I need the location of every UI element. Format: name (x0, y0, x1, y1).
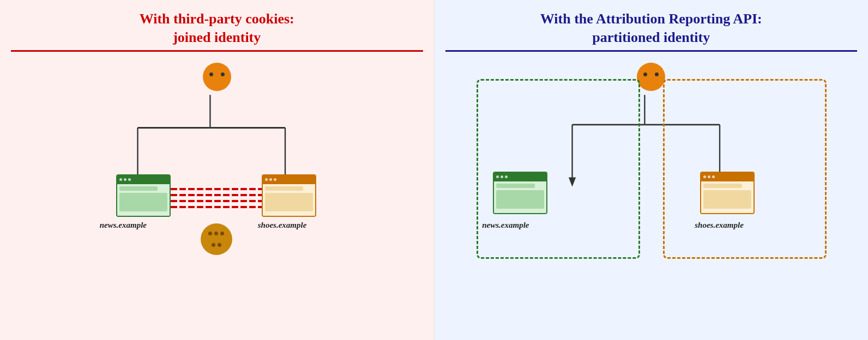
left-title: With third-party cookies: joined identit… (140, 10, 294, 47)
browser-shoes-content-left (263, 184, 315, 216)
toolbar-dot-2 (124, 178, 126, 181)
red-dash (179, 194, 186, 196)
shoes-label-left: shoes.example (258, 221, 307, 230)
red-dash (223, 206, 230, 208)
red-dash (171, 206, 177, 208)
browser-line-5 (496, 184, 534, 188)
red-dash (223, 194, 230, 196)
browser-news-left (116, 174, 171, 217)
red-dash (240, 200, 247, 202)
red-dashes-container (171, 188, 273, 208)
browser-news-right (493, 172, 547, 214)
red-dash (206, 206, 212, 208)
dashed-box-shoes (663, 79, 827, 259)
red-dash (188, 206, 195, 208)
red-dash (249, 200, 256, 202)
toolbar-dot-5 (269, 178, 272, 181)
red-dash (171, 200, 177, 202)
toolbar-dot-9 (505, 175, 508, 178)
toolbar-dot-3 (128, 178, 131, 181)
red-dash (232, 206, 238, 208)
red-dash (171, 188, 177, 190)
browser-line-7 (703, 184, 742, 188)
cookie-icon (201, 223, 232, 255)
toolbar-dot-7 (496, 175, 499, 178)
toolbar-dot-8 (501, 175, 503, 178)
red-dash (206, 188, 212, 190)
red-dash (240, 194, 247, 196)
red-dash (206, 200, 212, 202)
left-title-line1: With third-party cookies: (140, 11, 294, 27)
red-dash (232, 200, 238, 202)
shoes-label-right: shoes.example (695, 221, 744, 230)
toolbar-dot-12 (712, 175, 715, 178)
cookie-chip (214, 232, 218, 235)
browser-shoes-toolbar-left (263, 175, 315, 184)
red-dash (214, 200, 221, 202)
browser-line-4 (265, 193, 313, 211)
left-panel: With third-party cookies: joined identit… (0, 0, 435, 340)
red-dash-row-4 (171, 206, 273, 208)
red-dash (188, 194, 195, 196)
red-dash (197, 194, 203, 196)
browser-shoes-left (262, 174, 316, 217)
red-dash (197, 200, 203, 202)
left-diagram: news.example shoes.example (11, 63, 423, 329)
browser-line-1 (119, 186, 158, 191)
cookie-chip (220, 232, 224, 235)
red-dash-row-1 (171, 188, 273, 190)
browser-line-2 (119, 193, 167, 211)
browser-news-toolbar-right (494, 173, 546, 181)
cookie-chip (208, 232, 212, 235)
left-title-line2: joined identity (173, 29, 261, 45)
browser-shoes-right (700, 172, 755, 214)
red-dash (188, 200, 195, 202)
news-label-left: news.example (100, 221, 147, 230)
browser-line-8 (703, 190, 751, 209)
red-dash (214, 206, 221, 208)
red-dash (197, 188, 203, 190)
browser-news-content-left (117, 184, 170, 216)
toolbar-dot-10 (703, 175, 706, 178)
right-title: With the Attribution Reporting API: part… (540, 10, 762, 47)
toolbar-dot-4 (265, 178, 268, 181)
left-divider (11, 50, 423, 52)
toolbar-dot-6 (274, 178, 276, 181)
red-dash (197, 206, 203, 208)
right-divider (445, 50, 858, 52)
red-dash (232, 194, 238, 196)
red-dash (179, 188, 186, 190)
cookie-chip (218, 243, 221, 247)
person-left (203, 63, 231, 91)
browser-shoes-toolbar-right (701, 173, 754, 181)
right-title-line2: partitioned identity (592, 29, 710, 45)
red-dash (249, 194, 256, 196)
red-dash (249, 188, 256, 190)
toolbar-dot-1 (119, 178, 122, 181)
red-dash (240, 206, 247, 208)
red-dash-row-3 (171, 200, 273, 202)
red-dash (214, 188, 221, 190)
red-dash (206, 194, 212, 196)
red-dash (179, 206, 186, 208)
red-dash (223, 200, 230, 202)
red-dash (249, 206, 256, 208)
news-label-right: news.example (482, 221, 529, 230)
right-title-line1: With the Attribution Reporting API: (540, 11, 762, 27)
red-dash (223, 188, 230, 190)
browser-line-3 (265, 186, 303, 191)
person-right (637, 63, 665, 91)
toolbar-dot-11 (708, 175, 710, 178)
browser-line-6 (496, 190, 544, 209)
right-diagram: news.example shoes.example (445, 63, 858, 329)
browser-shoes-content-right (701, 181, 754, 213)
red-dash (214, 194, 221, 196)
red-dash (188, 188, 195, 190)
person-head-left (203, 63, 231, 91)
cookie-chip (212, 243, 215, 247)
red-dash (171, 194, 177, 196)
right-panel: With the Attribution Reporting API: part… (435, 0, 869, 340)
red-dash (240, 188, 247, 190)
person-head-right (637, 63, 665, 91)
red-dash (179, 200, 186, 202)
